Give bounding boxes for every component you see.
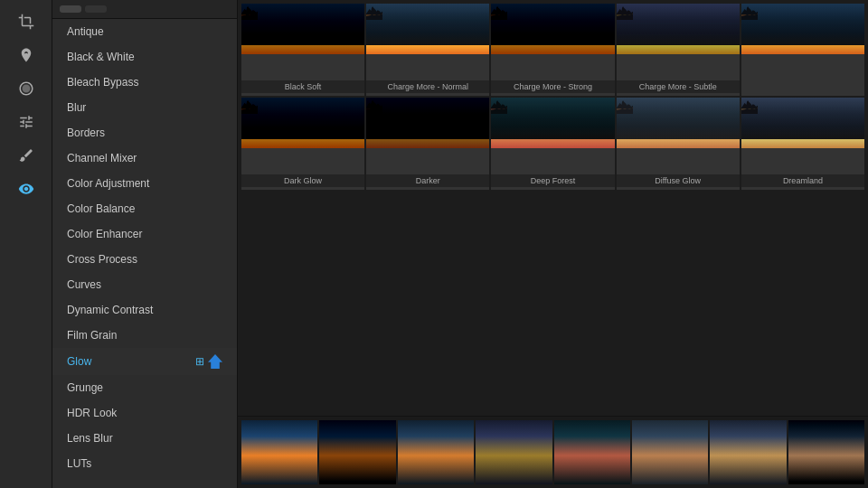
photo-label: Darker <box>366 174 489 187</box>
photo-cell[interactable]: Charge More - Normal <box>366 4 489 96</box>
photo-cell[interactable]: Dark Glow <box>241 98 364 190</box>
panel-tabs <box>52 0 237 19</box>
strip-cell[interactable] <box>788 420 864 484</box>
tool-view[interactable] <box>0 174 52 206</box>
filter-label: Color Adjustment <box>67 177 149 190</box>
filter-item-antique[interactable]: Antique <box>52 19 237 44</box>
photo-label: Dark Glow <box>241 174 364 187</box>
strip-cell[interactable] <box>554 420 630 484</box>
main-content: Black SoftCharge More - NormalCharge Mor… <box>238 0 868 488</box>
photo-grid: Black SoftCharge More - NormalCharge Mor… <box>238 0 868 416</box>
tool-retouch[interactable] <box>0 141 52 173</box>
filter-item-color-enhancer[interactable]: Color Enhancer <box>52 221 237 247</box>
photo-cell[interactable]: Darker <box>366 98 489 190</box>
tool-crop[interactable] <box>0 7 52 39</box>
refine-icon <box>17 113 35 131</box>
filter-item-glow[interactable]: Glow⊞ <box>52 348 237 375</box>
photo-cell[interactable]: Charge More - Subtle <box>617 4 740 96</box>
toolbar <box>0 0 52 488</box>
tool-refine[interactable] <box>0 108 52 139</box>
filter-label: Black & White <box>67 51 135 63</box>
filter-label: HDR Look <box>67 407 117 419</box>
filter-item-lens-blur[interactable]: Lens Blur <box>52 426 237 451</box>
filter-label: Color Balance <box>67 202 135 215</box>
tab-filters[interactable] <box>85 5 107 13</box>
filter-label: Dynamic Contrast <box>67 304 153 316</box>
strip-cell[interactable] <box>632 420 708 484</box>
photo-cell[interactable]: Dreamland <box>741 98 864 190</box>
tool-local[interactable] <box>0 41 52 72</box>
crop-icon <box>17 13 35 31</box>
photo-cell[interactable]: Diffuse Glow <box>617 98 740 190</box>
strip-cell[interactable] <box>241 420 317 484</box>
strip-cell[interactable] <box>476 420 552 484</box>
home-icon <box>208 354 222 369</box>
filter-label: Color Enhancer <box>67 228 142 240</box>
tool-mask[interactable] <box>0 74 52 106</box>
photo-label: Charge More - Normal <box>366 80 489 93</box>
filter-label: Grunge <box>67 381 103 394</box>
retouch-icon <box>17 146 35 164</box>
filter-item-curves[interactable]: Curves <box>52 272 237 297</box>
filter-label: Blur <box>67 101 86 114</box>
mask-icon <box>17 80 35 98</box>
filter-label: Film Grain <box>67 329 117 342</box>
strip-cell[interactable] <box>398 420 474 484</box>
grid-icon: ⊞ <box>195 355 204 368</box>
photo-label: Deep Forest <box>491 174 614 187</box>
photo-cell[interactable]: Black Soft <box>241 4 364 96</box>
view-icon <box>17 180 35 198</box>
filter-item-channel-mixer[interactable]: Channel Mixer <box>52 145 237 171</box>
photo-cell[interactable] <box>741 4 864 96</box>
filter-item-dynamic-contrast[interactable]: Dynamic Contrast <box>52 297 237 323</box>
filter-item-borders[interactable]: Borders <box>52 120 237 145</box>
filter-label: Cross Process <box>67 253 137 266</box>
strip-cell[interactable] <box>319 420 395 484</box>
local-icon <box>17 46 35 64</box>
filter-label: Lens Blur <box>67 432 113 445</box>
filter-list: AntiqueBlack & WhiteBleach BypassBlurBor… <box>52 19 237 488</box>
photo-label: Charge More - Strong <box>491 80 614 93</box>
filter-item-hdr-look[interactable]: HDR Look <box>52 400 237 426</box>
filter-item-luts[interactable]: LUTs <box>52 451 237 476</box>
filter-item-grunge[interactable]: Grunge <box>52 375 237 400</box>
filter-label: Curves <box>67 278 101 291</box>
filter-label: Antique <box>67 25 104 38</box>
filter-label: Channel Mixer <box>67 152 137 164</box>
photo-label: Diffuse Glow <box>617 174 740 187</box>
photo-label: Black Soft <box>241 80 364 93</box>
photo-label: Charge More - Subtle <box>617 80 740 93</box>
photo-cell[interactable]: Charge More - Strong <box>491 4 614 96</box>
filter-item-color-adjustment[interactable]: Color Adjustment <box>52 171 237 196</box>
filter-label: Glow <box>67 355 91 368</box>
filter-panel: AntiqueBlack & WhiteBleach BypassBlurBor… <box>52 0 238 488</box>
filter-label: Borders <box>67 127 105 139</box>
bottom-strip <box>238 416 868 488</box>
tab-presets[interactable] <box>60 5 81 13</box>
filter-item-blur[interactable]: Blur <box>52 95 237 120</box>
filter-item-black-white[interactable]: Black & White <box>52 44 237 70</box>
photo-cell[interactable]: Deep Forest <box>491 98 614 190</box>
filter-item-cross-process[interactable]: Cross Process <box>52 247 237 272</box>
strip-cell[interactable] <box>710 420 786 484</box>
filter-label: LUTs <box>67 457 91 470</box>
photo-label: Dreamland <box>741 174 864 187</box>
filter-item-bleach-bypass[interactable]: Bleach Bypass <box>52 70 237 95</box>
filter-label: Bleach Bypass <box>67 76 138 89</box>
filter-item-color-balance[interactable]: Color Balance <box>52 196 237 221</box>
filter-item-film-grain[interactable]: Film Grain <box>52 323 237 348</box>
